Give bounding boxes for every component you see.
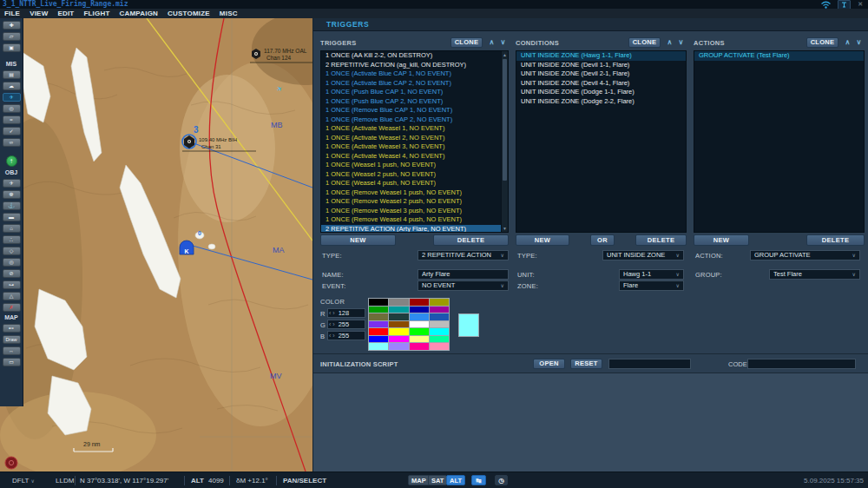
coord-format-label[interactable]: LLDM <box>56 477 74 485</box>
trigger-item[interactable]: 1 ONCE (Activate Weasel 4, NO EVENT) <box>321 152 508 162</box>
palette-swatch[interactable] <box>369 336 388 343</box>
vehicle-group-button[interactable]: ▬ <box>3 213 21 221</box>
move-up-icon[interactable]: ∧ <box>486 37 497 48</box>
palette-swatch[interactable] <box>430 299 449 306</box>
briefing-button[interactable]: ▤ <box>3 70 21 79</box>
action-group-select[interactable]: Test Flare∨ <box>769 269 860 280</box>
bullseye-tool-button[interactable]: ◎ <box>3 104 21 113</box>
condition-unit-select[interactable]: Hawg 1-1∨ <box>619 269 684 280</box>
new-mission-button[interactable]: ✚ <box>3 21 21 30</box>
trigger-zone-button[interactable]: ◎ <box>3 258 21 267</box>
map-canvas[interactable]: 117.70 MHz OAL Chan 124 3 109.40 MHz BIH… <box>0 18 312 472</box>
map-key-button[interactable]: ⊷ <box>3 324 21 333</box>
waypoint-button[interactable]: ◇ <box>3 247 21 255</box>
antenna-icon[interactable] <box>838 0 851 10</box>
palette-swatch[interactable] <box>430 328 449 335</box>
trigger-item[interactable]: 1 ONCE (Activate Blue CAP 1, NO EVENT) <box>321 69 508 79</box>
menu-file[interactable]: FILE <box>4 10 20 17</box>
code-input[interactable] <box>747 359 856 369</box>
aircraft-route-tool-button[interactable]: ✈ <box>3 93 21 102</box>
spinner-right-icon[interactable]: › <box>332 310 335 316</box>
trigger-item[interactable]: 1 ONCE (Weasel 2 push, NO EVENT) <box>321 170 508 180</box>
palette-swatch[interactable] <box>410 336 429 343</box>
palette-swatch[interactable] <box>430 321 449 328</box>
conditions-list[interactable]: UNIT INSIDE ZONE (Hawg 1-1, Flare)UNIT I… <box>516 50 687 233</box>
palette-swatch[interactable] <box>389 321 408 328</box>
condition-item[interactable]: UNIT INSIDE ZONE (Dodge 2-2, Flare) <box>516 97 686 107</box>
trigger-item[interactable]: 1 ONCE (Remove Weasel 1 push, NO EVENT) <box>321 188 508 198</box>
condition-item[interactable]: UNIT INSIDE ZONE (Devil 4-1, Flare) <box>516 79 686 89</box>
forbidden-zone-button[interactable]: ⊘ <box>3 269 21 278</box>
measure-tool-button[interactable]: ↹ <box>471 475 486 485</box>
preset-dropdown[interactable]: DFLT ∨ <box>12 477 35 485</box>
ruler-button[interactable]: ↔ <box>3 346 21 355</box>
palette-swatch[interactable] <box>410 321 429 328</box>
menu-customize[interactable]: CUSTOMIZE <box>168 10 210 17</box>
init-open-button[interactable]: OPEN <box>533 359 565 369</box>
trigger-item[interactable]: 1 ONCE (Activate Weasel 2, NO EVENT) <box>321 134 508 143</box>
trigger-item[interactable]: 1 ONCE (Weasel 1 push, NO EVENT) <box>321 161 508 170</box>
action-item[interactable]: GROUP ACTIVATE (Test Flare) <box>694 51 864 61</box>
save-mission-button[interactable]: ▣ <box>3 43 21 52</box>
palette-swatch[interactable] <box>430 307 449 313</box>
clone-button-actions[interactable]: CLONE <box>806 37 838 48</box>
palette-swatch[interactable] <box>389 299 408 306</box>
trigger-item[interactable]: 1 ONCE (AA Kill 2-2, ON DESTROY) <box>321 51 508 61</box>
menu-flight[interactable]: FLIGHT <box>83 10 109 17</box>
menu-edit[interactable]: EDIT <box>57 10 74 17</box>
list-scrollbar[interactable]: ▲▼ <box>501 51 508 232</box>
alt-layer-button[interactable]: ALT <box>446 475 465 485</box>
helicopter-group-button[interactable]: ☸ <box>3 190 21 199</box>
init-reset-button[interactable]: RESET <box>570 359 602 369</box>
radio-button[interactable]: ≈ <box>3 115 21 124</box>
palette-swatch[interactable] <box>389 343 408 350</box>
action-type-select[interactable]: GROUP ACTIVATE∨ <box>750 250 860 260</box>
condition-item[interactable]: UNIT INSIDE ZONE (Devil 1-1, Flare) <box>516 61 686 70</box>
bullseye-marker[interactable] <box>5 457 17 469</box>
palette-swatch[interactable] <box>369 313 388 320</box>
sat-layer-button[interactable]: SAT <box>428 475 447 485</box>
spinner-right-icon[interactable]: › <box>332 333 335 339</box>
trigger-item[interactable]: 1 ONCE (Push Blue CAP 1, NO EVENT) <box>321 88 508 97</box>
palette-swatch[interactable] <box>389 336 408 343</box>
clock-icon[interactable]: ◷ <box>495 475 508 485</box>
channel-g-spinner[interactable]: ‹›255 <box>327 320 365 329</box>
trigger-rules-button[interactable]: ∞ <box>3 138 21 147</box>
rectangle-select-button[interactable]: ▭ <box>3 358 21 366</box>
triggers-list[interactable]: 1 ONCE (AA Kill 2-2, ON DESTROY)2 REPETI… <box>320 50 509 233</box>
palette-swatch[interactable] <box>389 313 408 320</box>
trigger-item[interactable]: 1 ONCE (Remove Weasel 3 push, NO EVENT) <box>321 207 508 216</box>
actions-list[interactable]: GROUP ACTIVATE (Test Flare) <box>694 50 865 233</box>
action-delete-button[interactable]: DELETE <box>806 234 865 246</box>
action-new-button[interactable]: NEW <box>694 234 749 246</box>
scroll-down-icon[interactable]: ▼ <box>502 225 508 232</box>
palette-swatch[interactable] <box>369 328 388 335</box>
palette-swatch[interactable] <box>389 328 408 335</box>
trigger-new-button[interactable]: NEW <box>320 234 396 246</box>
palette-swatch[interactable] <box>369 299 388 306</box>
spinner-right-icon[interactable]: › <box>332 321 335 327</box>
trigger-item[interactable]: 1 ONCE (Push Blue CAP 2, NO EVENT) <box>321 97 508 107</box>
move-down-icon[interactable]: ∨ <box>497 37 509 48</box>
weather-button[interactable]: ☁ <box>3 82 21 90</box>
channel-r-spinner[interactable]: ‹›128 <box>327 308 365 318</box>
close-icon[interactable]: ✕ <box>858 1 863 8</box>
trigger-item[interactable]: 1 ONCE (Remove Weasel 4 push, NO EVENT) <box>321 215 508 225</box>
condition-item[interactable]: UNIT INSIDE ZONE (Dodge 1-1, Flare) <box>516 88 686 97</box>
airplane-group-button[interactable]: ✈ <box>3 179 21 188</box>
move-down-icon[interactable]: ∨ <box>675 37 687 48</box>
map-layer-button[interactable]: MAP <box>408 475 430 485</box>
menu-misc[interactable]: MISC <box>220 10 238 17</box>
palette-swatch[interactable] <box>410 313 429 320</box>
trigger-event-select[interactable]: NO EVENT∨ <box>418 280 509 291</box>
palette-swatch[interactable] <box>369 307 388 313</box>
group-template-button[interactable]: ∴ <box>3 235 21 244</box>
clone-button-triggers[interactable]: CLONE <box>450 37 483 48</box>
palette-swatch[interactable] <box>430 336 449 343</box>
trigger-type-select[interactable]: 2 REPETITIVE ACTION∨ <box>418 250 509 260</box>
draw-button[interactable]: Draw <box>3 335 21 344</box>
menu-campaign[interactable]: CAMPAIGN <box>120 10 159 17</box>
palette-swatch[interactable] <box>430 313 449 320</box>
trigger-item[interactable]: 1 ONCE (Activate Weasel 3, NO EVENT) <box>321 142 508 152</box>
condition-type-select[interactable]: UNIT INSIDE ZONE∨ <box>602 250 684 260</box>
